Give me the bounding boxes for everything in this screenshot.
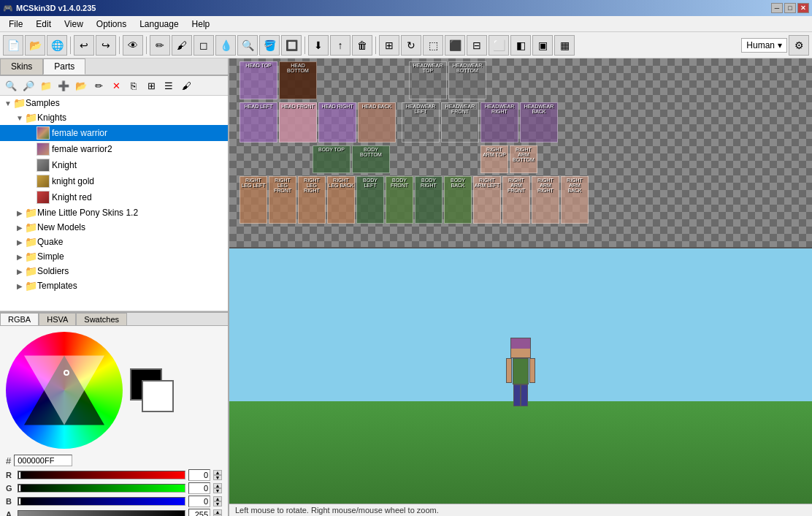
misc2-button[interactable]: ▦ bbox=[554, 35, 575, 56]
toggle-knights[interactable]: ▼ bbox=[15, 114, 25, 122]
color-wheel-container[interactable] bbox=[6, 332, 123, 449]
tree-item-samples[interactable]: ▼ 📁 Samples bbox=[0, 96, 228, 110]
misc1-button[interactable]: ▣ bbox=[532, 35, 553, 56]
fill-button[interactable]: 🪣 bbox=[259, 35, 280, 56]
spin-down-g[interactable]: ▼ bbox=[213, 488, 222, 493]
spin-up-a[interactable]: ▲ bbox=[213, 509, 222, 515]
hex-input[interactable] bbox=[14, 455, 72, 466]
menu-language[interactable]: Language bbox=[134, 18, 184, 31]
clone-button[interactable]: ⎘ bbox=[126, 77, 142, 94]
toggle-simple[interactable]: ▶ bbox=[15, 253, 25, 261]
maximize-button[interactable]: □ bbox=[784, 3, 796, 13]
color-tab-rgba[interactable]: RGBA bbox=[0, 313, 39, 325]
menu-edit[interactable]: Edit bbox=[30, 18, 57, 31]
open-skin-button[interactable]: 📂 bbox=[73, 77, 89, 94]
tree-item-female-warrior2[interactable]: female warrior2 bbox=[0, 141, 228, 157]
tree-item-soldiers[interactable]: ▶ 📁 Soldiers bbox=[0, 264, 228, 278]
tree-item-knights[interactable]: ▼ 📁 Knights bbox=[0, 110, 228, 125]
spin-up-b[interactable]: ▲ bbox=[213, 496, 222, 501]
eye-button[interactable]: 👁 bbox=[123, 35, 143, 56]
tree-item-knight-gold[interactable]: knight gold bbox=[0, 173, 228, 189]
color-tab-hsva[interactable]: HSVA bbox=[39, 313, 76, 325]
slider-value-a[interactable] bbox=[188, 509, 210, 516]
tree-item-female-warrior[interactable]: female warrior bbox=[0, 125, 228, 141]
new-button[interactable]: 📄 bbox=[3, 35, 23, 56]
color-wheel[interactable] bbox=[6, 332, 123, 449]
rename-button[interactable]: ✏ bbox=[91, 77, 107, 94]
mirror-button[interactable]: ⬚ bbox=[423, 35, 443, 56]
paint-button[interactable]: 🖌 bbox=[172, 35, 192, 56]
tab-skins[interactable]: Skins bbox=[0, 58, 43, 75]
tree-item-simple[interactable]: ▶ 📁 Simple bbox=[0, 249, 228, 264]
slider-track-a[interactable] bbox=[18, 510, 185, 516]
rotate-button[interactable]: ↻ bbox=[401, 35, 421, 56]
toggle-samples[interactable]: ▼ bbox=[3, 99, 13, 107]
paint-mode-button[interactable]: 🖌 bbox=[178, 77, 194, 94]
spin-down-b[interactable]: ▼ bbox=[213, 501, 222, 506]
skin3-button[interactable]: ◧ bbox=[510, 35, 531, 56]
slider-value-r[interactable] bbox=[188, 469, 210, 481]
menu-view[interactable]: View bbox=[58, 18, 89, 31]
spin-up-r[interactable]: ▲ bbox=[213, 470, 222, 475]
open-button[interactable]: 📂 bbox=[25, 35, 45, 56]
depth-button[interactable]: ⬜ bbox=[489, 35, 509, 56]
menu-file[interactable]: File bbox=[3, 18, 28, 31]
undo-button[interactable]: ↩ bbox=[74, 35, 94, 56]
new-folder-button[interactable]: 📁 bbox=[38, 77, 54, 94]
flip-button[interactable]: ⬛ bbox=[445, 35, 465, 56]
color-fg-bg-selector[interactable] bbox=[130, 368, 174, 412]
slider-spin-a[interactable]: ▲ ▼ bbox=[213, 509, 222, 516]
globe-button[interactable]: 🌐 bbox=[47, 35, 67, 56]
tree-item-mine-little-pony[interactable]: ▶ 📁 Mine Little Pony Skins 1.2 bbox=[0, 205, 228, 220]
tab-parts[interactable]: Parts bbox=[43, 58, 85, 75]
pencil-button[interactable]: ✏ bbox=[150, 35, 170, 56]
toggle-soldiers[interactable]: ▶ bbox=[15, 268, 25, 276]
eraser-button[interactable]: ◻ bbox=[194, 35, 214, 56]
slider-spin-b[interactable]: ▲ ▼ bbox=[213, 496, 222, 506]
tree-item-new-models[interactable]: ▶ 📁 New Models bbox=[0, 220, 228, 235]
slider-spin-r[interactable]: ▲ ▼ bbox=[213, 470, 222, 480]
tree-item-templates[interactable]: ▶ 📁 Templates bbox=[0, 278, 228, 293]
skin-editor[interactable]: HEAD TOP HEAD BOTTOM HEADWEAR TOP HEADWE… bbox=[229, 58, 812, 248]
delete-button[interactable]: 🗑 bbox=[352, 35, 372, 56]
slider-track-g[interactable] bbox=[18, 484, 185, 493]
color-tab-swatches[interactable]: Swatches bbox=[76, 313, 127, 325]
slider-spin-g[interactable]: ▲ ▼ bbox=[213, 483, 222, 493]
slider-value-g[interactable] bbox=[188, 482, 210, 494]
background-color[interactable] bbox=[142, 380, 174, 412]
zoom-button[interactable]: ⊟ bbox=[467, 35, 487, 56]
dropper-button[interactable]: 💧 bbox=[215, 35, 236, 56]
menu-help[interactable]: Help bbox=[186, 18, 216, 31]
spin-up-g[interactable]: ▲ bbox=[213, 483, 222, 488]
menu-options[interactable]: Options bbox=[91, 18, 132, 31]
list-view-button[interactable]: ☰ bbox=[161, 77, 177, 94]
settings-button[interactable]: ⚙ bbox=[789, 35, 809, 56]
redo-button[interactable]: ↪ bbox=[96, 35, 116, 56]
import-button[interactable]: ⬇ bbox=[308, 35, 329, 56]
close-button[interactable]: ✕ bbox=[797, 3, 809, 13]
tree-item-knight[interactable]: Knight bbox=[0, 157, 228, 173]
model-dropdown[interactable]: Human ▾ bbox=[741, 38, 787, 53]
tree-item-quake[interactable]: ▶ 📁 Quake bbox=[0, 235, 228, 249]
grid-view-button[interactable]: ⊞ bbox=[143, 77, 159, 94]
delete-skin-button[interactable]: ✕ bbox=[108, 77, 124, 94]
zoom-out-button[interactable]: 🔎 bbox=[20, 77, 37, 94]
slider-track-r[interactable] bbox=[18, 471, 185, 479]
spin-down-r[interactable]: ▼ bbox=[213, 475, 222, 480]
skin-tree[interactable]: ▼ 📁 Samples ▼ 📁 Knights female warrior f bbox=[0, 96, 228, 311]
toggle-new-models[interactable]: ▶ bbox=[15, 224, 25, 232]
preview-3d[interactable] bbox=[229, 248, 812, 504]
search-button[interactable]: 🔍 bbox=[237, 35, 258, 56]
add-skin-button[interactable]: ➕ bbox=[55, 77, 72, 94]
tree-item-knight-red[interactable]: Knight red bbox=[0, 189, 228, 205]
stamp-button[interactable]: 🔲 bbox=[281, 35, 302, 56]
toggle-quake[interactable]: ▶ bbox=[15, 238, 25, 246]
toggle-templates[interactable]: ▶ bbox=[15, 282, 25, 290]
slider-value-b[interactable] bbox=[188, 496, 210, 507]
zoom-in-button[interactable]: 🔍 bbox=[3, 77, 19, 94]
toggle-mine-little-pony[interactable]: ▶ bbox=[15, 209, 25, 217]
minimize-button[interactable]: ─ bbox=[771, 3, 783, 13]
grid-button[interactable]: ⊞ bbox=[379, 35, 399, 56]
slider-track-b[interactable] bbox=[18, 497, 185, 506]
export-button[interactable]: ↑ bbox=[330, 35, 351, 56]
